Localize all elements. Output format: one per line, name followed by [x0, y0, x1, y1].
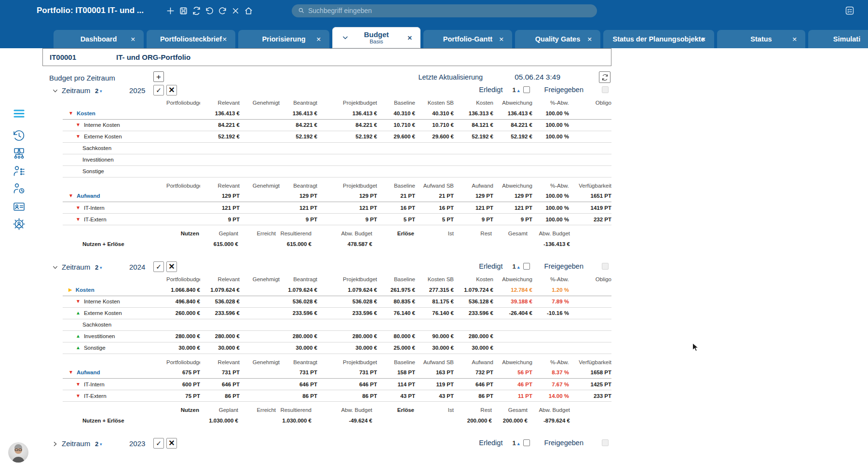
cell	[317, 154, 377, 165]
plus-icon[interactable]	[166, 6, 175, 15]
tasklist-icon[interactable]	[845, 6, 854, 15]
row-label: Nutzen + Erlöse	[82, 241, 124, 247]
team-list-icon[interactable]	[0, 164, 38, 177]
column-header: %-Abw.	[532, 275, 569, 284]
cell: 84.221 €	[317, 119, 377, 131]
cell	[240, 142, 280, 154]
close-icon[interactable]: ✕	[701, 36, 706, 43]
close-icon[interactable]: ✕	[587, 36, 592, 43]
cell: 1.079.624 €	[200, 284, 240, 296]
save-icon[interactable]	[179, 6, 188, 15]
period-label: Zeitraum	[62, 439, 90, 448]
idcard-icon[interactable]	[0, 200, 38, 213]
sort-indicator[interactable]: 1▲	[512, 263, 520, 270]
column-header: Erreicht	[238, 229, 276, 238]
cell: 52.192 €	[317, 131, 377, 142]
red-down-triangle-icon: ▼	[76, 299, 81, 304]
cell: 280.000 €	[200, 330, 240, 342]
cell: 280.000 €	[280, 330, 317, 342]
person-time-icon[interactable]	[0, 182, 38, 195]
cell: 233.596 €	[280, 307, 317, 319]
confirm-button[interactable]: ✓	[153, 438, 164, 449]
undo-icon[interactable]	[205, 6, 214, 15]
cell	[454, 142, 493, 154]
column-header: Genehmigt	[240, 358, 280, 367]
row-label: IT-Intern	[84, 382, 105, 387]
period-year: 2025	[129, 86, 145, 95]
close-icon[interactable]: ✕	[222, 36, 227, 43]
search-input[interactable]	[308, 7, 578, 14]
column-header: Portfoliobudget	[166, 98, 200, 108]
home-icon[interactable]	[244, 6, 253, 15]
close-icon[interactable]: ✕	[131, 36, 136, 43]
cell: 14.00 %	[532, 390, 569, 402]
sync-icon[interactable]	[192, 6, 201, 15]
tab-label: Quality Gates	[535, 35, 580, 43]
confirm-button[interactable]: ✓	[153, 85, 164, 96]
cell	[240, 284, 280, 296]
gear-user-icon[interactable]	[0, 218, 38, 231]
cell: 1.030.000 €	[276, 415, 312, 426]
column-header: Genehmigt	[240, 275, 280, 284]
delete-button[interactable]: ✕	[166, 85, 177, 96]
cell: 136.413 €	[317, 108, 377, 119]
tab-label: Status	[750, 35, 772, 43]
refresh-icon[interactable]	[599, 71, 610, 83]
column-header: Aufwand SB	[415, 181, 454, 191]
delete-button[interactable]: ✕	[166, 261, 177, 272]
menu-icon[interactable]	[0, 107, 38, 120]
chevron-down-icon[interactable]	[52, 264, 58, 271]
confirm-button[interactable]: ✓	[153, 261, 164, 272]
chevron-down-icon[interactable]	[52, 88, 58, 94]
close-icon[interactable]: ✕	[792, 36, 797, 43]
cell: 75 PT	[166, 390, 200, 402]
column-header: Erreicht	[238, 406, 276, 415]
column-header-row: NutzenGeplantErreichtResultierendAbw. Bu…	[63, 406, 570, 415]
column-header: Rest	[454, 406, 492, 415]
chevron-down-icon[interactable]	[342, 34, 349, 41]
period-count-dropdown[interactable]: 2▼	[95, 87, 103, 95]
sort-indicator[interactable]: 1▲	[512, 86, 520, 94]
tab-quality-gates[interactable]: Quality Gates✕	[515, 30, 600, 48]
user-avatar[interactable]	[8, 442, 28, 463]
period-count-dropdown[interactable]: 2▼	[95, 264, 103, 271]
period-2025: Zeitraum2▼2025✓✕Erledigt1▲FreigegebenPor…	[48, 84, 611, 250]
close-icon[interactable]: ✕	[407, 34, 412, 41]
erledigt-checkbox[interactable]	[523, 263, 530, 270]
table-row: ▲Externe Kosten260.000 €233.596 €233.596…	[63, 307, 611, 319]
close-icon[interactable]	[231, 6, 240, 15]
cell	[493, 342, 532, 354]
tab-dashboard[interactable]: Dashboard✕	[54, 30, 144, 48]
close-icon[interactable]: ✕	[499, 36, 504, 43]
close-icon[interactable]: ✕	[316, 36, 321, 43]
cell: 615.000 €	[199, 238, 238, 250]
carat-down-icon: ▼	[99, 442, 103, 447]
orgchart-icon[interactable]	[0, 147, 38, 160]
tab-portfolio-gantt[interactable]: Portfolio-Gantt✕	[423, 30, 512, 48]
history-icon[interactable]	[0, 129, 38, 142]
sort-indicator[interactable]: 1▲	[512, 439, 520, 447]
search-icon	[298, 7, 305, 14]
period-count-dropdown[interactable]: 2▼	[95, 440, 103, 448]
tab-status-der-planungsobjekte[interactable]: Status der Planungsobjekte✕	[603, 30, 714, 48]
tab-budget[interactable]: BudgetBasis✕	[332, 27, 420, 48]
add-period-button[interactable]: +	[153, 71, 164, 82]
cell	[240, 214, 280, 225]
cell: 9 PT	[493, 214, 532, 225]
erledigt-checkbox[interactable]	[523, 439, 530, 446]
column-header: Abweichung	[493, 358, 532, 367]
chevron-right-icon[interactable]	[52, 441, 58, 447]
tab-label: Simulati	[833, 35, 860, 43]
cell: 260.000 €	[166, 307, 200, 319]
delete-button[interactable]: ✕	[166, 438, 177, 449]
tab-portfoliosteckbrief[interactable]: Portfoliosteckbrief✕	[147, 30, 235, 48]
tab-simulati[interactable]: Simulati	[808, 30, 868, 48]
tab-status[interactable]: Status✕	[717, 30, 805, 48]
column-header: Geplant	[199, 229, 238, 238]
redo-icon[interactable]	[218, 6, 227, 15]
tab-priorisierung[interactable]: Priorisierung✕	[238, 30, 329, 48]
cell: 1.079.624 €	[280, 284, 317, 296]
cell: 86 PT	[454, 390, 493, 402]
erledigt-checkbox[interactable]	[523, 86, 530, 93]
cell: 478.587 €	[312, 238, 372, 250]
